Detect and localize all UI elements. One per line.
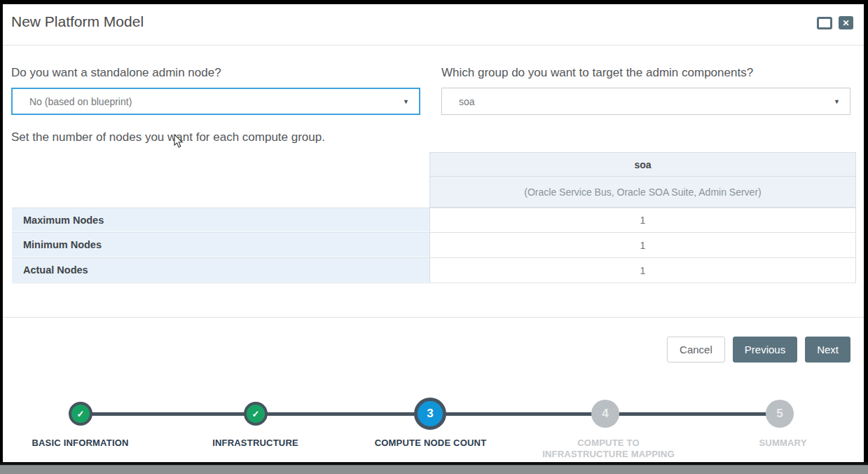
row-label: Actual Nodes: [12, 258, 429, 283]
target-group-select[interactable]: soa ▼: [441, 88, 850, 115]
taskbar-strip: [0, 465, 868, 474]
row-label: Minimum Nodes: [12, 233, 429, 257]
table-row-actual-nodes: Actual Nodes 1: [12, 258, 856, 283]
new-platform-model-dialog: New Platform Model ✕ Do you want a stand…: [3, 4, 864, 462]
group-components-header: (Oracle Service Bus, Oracle SOA Suite, A…: [429, 177, 856, 208]
table-row-minimum-nodes: Minimum Nodes 1: [12, 233, 856, 258]
target-group-question: Which group do you want to target the ad…: [441, 66, 753, 80]
step-5-summary[interactable]: 5: [766, 400, 794, 428]
chevron-down-icon: ▼: [403, 98, 409, 105]
step-3-compute-node-count[interactable]: 3: [414, 398, 446, 430]
step-2-infrastructure[interactable]: ✓: [244, 402, 268, 426]
group-name-header: soa: [429, 152, 856, 177]
screenshot-frame: New Platform Model ✕ Do you want a stand…: [0, 0, 868, 474]
step-4-compute-to-infrastructure-mapping[interactable]: 4: [591, 400, 619, 428]
header-spacer: [12, 177, 429, 208]
header-spacer: [12, 152, 429, 177]
close-icon: ✕: [842, 18, 849, 28]
footer-divider: [3, 317, 864, 318]
step-number: 5: [776, 407, 783, 421]
table-header-components-row: (Oracle Service Bus, Oracle SOA Suite, A…: [12, 177, 856, 208]
check-icon: ✓: [252, 409, 260, 419]
table-header-group-row: soa: [12, 152, 856, 177]
dialog-header: New Platform Model ✕: [3, 4, 864, 46]
mouse-cursor: [174, 134, 185, 149]
check-icon: ✓: [77, 409, 85, 419]
node-count-table: soa (Oracle Service Bus, Oracle SOA Suit…: [12, 152, 856, 283]
close-button[interactable]: ✕: [839, 16, 853, 29]
row-value[interactable]: 1: [429, 258, 856, 283]
admin-node-select-value: No (based on blueprint): [29, 96, 403, 107]
window-controls: ✕: [817, 16, 853, 29]
maximize-icon[interactable]: [817, 17, 832, 29]
step-3-label: COMPUTE NODE COUNT: [362, 438, 499, 449]
step-number: 3: [427, 407, 433, 421]
step-5-label: SUMMARY: [715, 438, 851, 449]
row-label: Maximum Nodes: [12, 208, 429, 232]
row-value[interactable]: 1: [429, 208, 856, 232]
footer-buttons: Cancel Previous Next: [667, 337, 850, 363]
cancel-button[interactable]: Cancel: [667, 337, 725, 363]
step-number: 4: [602, 407, 608, 421]
wizard-progress: ✓ BASIC INFORMATION ✓ INFRASTRUCTURE 3 C…: [3, 383, 864, 462]
node-count-caption: Set the number of nodes you want for eac…: [11, 130, 325, 144]
next-button[interactable]: Next: [805, 337, 850, 363]
target-group-select-value: soa: [459, 96, 834, 107]
step-4-label: COMPUTE TO INFRASTRUCTURE MAPPING: [540, 438, 677, 461]
table-row-maximum-nodes: Maximum Nodes 1: [12, 208, 856, 233]
chevron-down-icon: ▼: [834, 98, 840, 105]
dialog-title: New Platform Model: [11, 13, 144, 30]
admin-node-question: Do you want a standalone admin node?: [11, 66, 221, 80]
row-value[interactable]: 1: [429, 233, 856, 257]
step-1-basic-information[interactable]: ✓: [69, 402, 92, 426]
admin-node-select[interactable]: No (based on blueprint) ▼: [11, 88, 420, 115]
step-2-label: INFRASTRUCTURE: [187, 438, 324, 449]
step-1-label: BASIC INFORMATION: [12, 438, 149, 449]
previous-button[interactable]: Previous: [733, 337, 797, 363]
